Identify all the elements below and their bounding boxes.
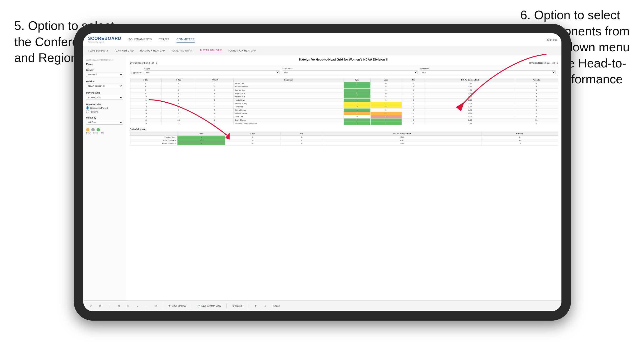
nav-teams[interactable]: TEAMS bbox=[159, 37, 170, 42]
sidebar-player-rank-select[interactable]: 8. Katelyn Vo bbox=[86, 95, 123, 100]
table-cell: 7 bbox=[196, 122, 234, 125]
sidebar-colour-by-section: Colour by Win/loss bbox=[86, 117, 123, 125]
ood-table-cell: 2 bbox=[482, 136, 558, 139]
table-cell: 6 bbox=[161, 95, 196, 99]
table-row: 1585Stella Cheng1001.254 bbox=[130, 109, 558, 112]
sidebar-radio-opponents-played[interactable]: Opponents Played bbox=[86, 106, 123, 110]
toolbar-dots[interactable]: ··· bbox=[144, 304, 150, 308]
table-cell: 10 bbox=[130, 95, 162, 99]
toolbar-timer[interactable]: ⏱ bbox=[153, 304, 159, 308]
table-row: 1125Heeju Hyun1003.333 bbox=[130, 99, 558, 102]
filter-conference-select[interactable]: (All) bbox=[282, 70, 418, 74]
table-cell: -0.94 bbox=[425, 112, 515, 115]
table-cell: 3 bbox=[370, 115, 402, 119]
main-table: # Div # Reg # Conf Opponent Win Loss Tie… bbox=[130, 78, 558, 125]
overall-record: Overall Record: 353 - 34 - 6 bbox=[130, 62, 157, 64]
ood-th-tie: Tie bbox=[280, 132, 322, 136]
ood-table-cell: 0 bbox=[280, 136, 322, 139]
table-cell: 2 bbox=[344, 105, 370, 109]
sidebar-player-rank-section: Player (Rank) 8. Katelyn Vo bbox=[86, 92, 123, 100]
table-cell: 1 bbox=[370, 119, 402, 122]
filter-region-select[interactable]: (All) bbox=[144, 70, 280, 74]
table-cell: 3.67 bbox=[425, 92, 515, 95]
sub-navbar: TEAM SUMMARY TEAM H2H GRID TEAM H2H HEAT… bbox=[83, 46, 562, 55]
dot-label-down: Down bbox=[86, 132, 91, 134]
ood-table-cell: 15 bbox=[178, 139, 225, 142]
filter-opponent-label: Opponent bbox=[420, 68, 556, 70]
ood-th-name bbox=[130, 132, 178, 136]
table-cell: 18 bbox=[130, 115, 162, 119]
nav-tournaments[interactable]: TOURNAMENTS bbox=[128, 37, 152, 42]
table-cell: Sydney Kuo bbox=[234, 89, 344, 92]
toolbar-dropdown[interactable]: ⌄ bbox=[134, 304, 140, 308]
ood-table-cell: NCAA Division 2 bbox=[130, 142, 178, 146]
th-div: # Div bbox=[130, 78, 162, 82]
sidebar-gender-select[interactable]: Women's bbox=[86, 72, 123, 77]
ood-table-cell: 5 bbox=[178, 142, 225, 146]
table-cell: 0 bbox=[402, 112, 425, 115]
ood-th-diff: Diff Av Strokes/Rnd bbox=[322, 132, 482, 136]
filter-conference-label: Conference bbox=[282, 68, 418, 70]
toolbar-share[interactable]: Share bbox=[272, 304, 282, 308]
toolbar-redo[interactable]: ↪ bbox=[106, 304, 112, 308]
table-cell: 1.25 bbox=[425, 109, 515, 112]
out-of-division-label: Out of division bbox=[130, 128, 558, 131]
toolbar-view-original[interactable]: 👁 View: Original bbox=[166, 304, 188, 308]
table-cell: 3 bbox=[130, 82, 162, 85]
toolbar-grid[interactable]: ⊞ bbox=[116, 304, 122, 308]
sidebar-opponent-view-section: Opponent view Opponents Played Top 100 bbox=[86, 103, 123, 113]
table-cell: 7 bbox=[515, 112, 558, 115]
sub-nav-team-h2h-grid[interactable]: TEAM H2H GRID bbox=[114, 48, 134, 53]
table-cell: 2 bbox=[161, 99, 196, 102]
table-cell: 1 bbox=[370, 122, 402, 125]
toolbar-download[interactable]: ⬇ bbox=[262, 304, 268, 308]
toolbar-upload[interactable]: ⬆ bbox=[253, 304, 258, 308]
nav-sign-out[interactable]: | Sign out bbox=[546, 38, 557, 41]
table-cell: 6 bbox=[515, 122, 558, 125]
table-cell: 1.50 bbox=[425, 82, 515, 85]
ood-th-loss: Loss bbox=[225, 132, 280, 136]
sidebar-dots bbox=[86, 128, 123, 131]
sub-nav-team-summary[interactable]: TEAM SUMMARY bbox=[88, 48, 108, 53]
toolbar-undo[interactable]: ↩ bbox=[88, 304, 94, 308]
nav-items: TOURNAMENTS TEAMS COMMITTEE bbox=[128, 37, 194, 42]
table-cell: 9 bbox=[515, 105, 558, 109]
ood-table-row: Foreign Team1004.5002 bbox=[130, 136, 558, 139]
toolbar-refresh[interactable]: ⟳ bbox=[97, 304, 103, 308]
table-cell: -3.00 bbox=[425, 102, 515, 105]
report-subtitle: Overall Record: 353 - 34 - 6 Division Re… bbox=[130, 62, 558, 64]
filter-opponent-select[interactable]: (All) bbox=[420, 70, 556, 74]
timestamp: Last Updated: 27/03/2024 15:44 bbox=[86, 59, 123, 61]
ood-th-rounds: Rounds bbox=[482, 132, 558, 136]
table-cell: 0 bbox=[402, 95, 425, 99]
table-cell: Emily Chang bbox=[234, 119, 344, 122]
sidebar-player-section: Player bbox=[86, 63, 123, 66]
table-cell: -1.00 bbox=[425, 89, 515, 92]
sidebar-division-select[interactable]: NCAA Division III bbox=[86, 84, 123, 88]
toolbar-watch[interactable]: 👁 Watch ▾ bbox=[230, 304, 246, 308]
nav-committee[interactable]: COMMITTEE bbox=[176, 37, 195, 42]
table-cell: 3 bbox=[515, 92, 558, 95]
ood-table-row: NCAA Division 25007.40010 bbox=[130, 142, 558, 146]
sub-nav-player-summary[interactable]: PLAYER SUMMARY bbox=[171, 48, 194, 53]
table-cell: 0 bbox=[370, 92, 402, 95]
sidebar-colour-by-select[interactable]: Win/loss bbox=[86, 120, 123, 125]
th-diff: Diff Av Strokes/Rnd bbox=[425, 78, 515, 82]
ood-table-cell: 30 bbox=[482, 139, 558, 142]
sub-nav-player-h2h-grid[interactable]: PLAYER H2H GRID bbox=[200, 48, 222, 53]
table-cell: Federica Domecq Lacroze bbox=[234, 122, 344, 125]
sidebar-player-label: Player bbox=[86, 63, 123, 66]
ood-table-cell: 0 bbox=[280, 142, 322, 146]
table-cell: 14 bbox=[130, 105, 162, 109]
sidebar-player-rank-label: Player (Rank) bbox=[86, 92, 123, 94]
sub-nav-player-h2h-heatmap[interactable]: PLAYER H2H HEATMAP bbox=[228, 48, 256, 53]
sidebar-radio-top100[interactable]: Top 100 bbox=[86, 110, 123, 113]
table-cell: 4 bbox=[515, 109, 558, 112]
sub-nav-team-h2h-heatmap[interactable]: TEAM H2H HEATMAP bbox=[140, 48, 165, 53]
toolbar-save-custom-view[interactable]: 💾 Save Custom View bbox=[196, 304, 223, 308]
filter-opponent-group: Opponent (All) bbox=[420, 68, 556, 74]
table-cell: 0 bbox=[402, 85, 425, 89]
table-cell: 1 bbox=[344, 109, 370, 112]
toolbar-cut[interactable]: ✂ bbox=[125, 304, 131, 308]
report-title: Katelyn Vo Head-to-Head Grid for Women's… bbox=[130, 58, 558, 61]
